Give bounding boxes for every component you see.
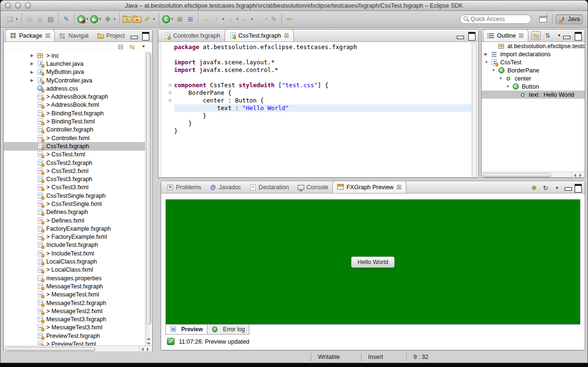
minimize-view-button[interactable] [563, 34, 570, 39]
save-button[interactable]: ▣ [24, 14, 35, 24]
scroll-left-icon[interactable] [574, 173, 576, 177]
zoom-window-button[interactable] [25, 2, 31, 9]
close-window-button[interactable] [5, 2, 11, 9]
code-line[interactable] [162, 51, 471, 59]
code-line[interactable]: } [162, 120, 471, 127]
tree-item[interactable]: CssTestSingle.fxgraph [4, 192, 145, 200]
dropdown-arrow-icon[interactable]: ▾ [113, 17, 116, 21]
outline-item[interactable]: ▼center [482, 74, 585, 82]
new-package-button[interactable]: ⊞ [175, 14, 185, 24]
refresh-preview-button[interactable]: ✽ [529, 184, 539, 193]
tab-controller-fxgraph[interactable]: Controller.fxgraph [160, 30, 225, 41]
dropdown-arrow-icon[interactable]: ▾ [236, 17, 239, 21]
tab-preview[interactable]: Preview [165, 325, 207, 335]
new-snippet-button[interactable]: ⊞ [185, 14, 196, 24]
tree-item[interactable]: > FactoryExample.fxml [4, 233, 145, 241]
scrollbar-thumb[interactable] [483, 173, 551, 177]
expander-icon[interactable]: ▼ [499, 76, 505, 81]
tab-csstest-fxgraph[interactable]: CssTest.fxgraph☒ [225, 30, 294, 41]
tree-item[interactable]: ▶Launcher.java [4, 60, 145, 68]
back-button[interactable]: ← [201, 14, 211, 24]
close-icon[interactable]: ☒ [284, 33, 289, 39]
outline-item[interactable]: at.bestsolution.efxclipse.testca [482, 42, 585, 50]
tree-item[interactable]: PreviewTest.fxgraph [4, 332, 145, 340]
tree-item[interactable]: MessageTest2.fxgraph [4, 299, 145, 307]
code-line[interactable] [162, 74, 471, 82]
tree-item[interactable]: > BindingTest.fxgraph [4, 109, 145, 117]
go-down-button[interactable]: ↓▾ [226, 14, 240, 24]
run-button[interactable]: ▶▾ [90, 15, 103, 23]
tree-item[interactable]: messages.properties [4, 274, 145, 282]
tree-item[interactable]: address.css [4, 84, 145, 92]
open-perspective-button[interactable] [537, 15, 549, 23]
tree-item[interactable]: > IncludeTest.fxml [4, 249, 145, 257]
code-line[interactable]: ⊖ center : Button { [162, 97, 471, 104]
sort-button[interactable]: ⇅ [543, 31, 552, 40]
open-task-button[interactable]: ✎ [122, 15, 132, 23]
fold-collapse-icon[interactable]: ⊖ [162, 97, 174, 104]
snapshot-button[interactable]: ↻ [541, 184, 550, 193]
tree-item[interactable]: > CssTestSingle.fxml [4, 200, 145, 208]
minimize-window-button[interactable] [15, 2, 21, 9]
outline-item[interactable]: text : Hello World [482, 91, 585, 99]
code-line[interactable]: ⊖ BorderPane { [162, 89, 471, 97]
code-line[interactable]: } [162, 112, 471, 120]
last-edit-location-button[interactable]: ✎ [268, 14, 279, 24]
outline-item[interactable]: ▼Button [482, 82, 585, 91]
tab-navigat[interactable]: Navigat [55, 30, 93, 41]
perspective-java-button[interactable]: Java [556, 14, 583, 24]
expander-icon[interactable]: ▼ [506, 84, 512, 89]
debug-button[interactable]: ❉▾ [103, 14, 117, 24]
tree-item[interactable]: ▶MyController.java [4, 76, 145, 84]
tab-package[interactable]: Package☒ [5, 30, 55, 41]
dropdown-arrow-icon[interactable]: ▾ [221, 17, 225, 21]
maximize-view-button[interactable] [575, 184, 582, 193]
tree-item[interactable]: ▶> inc [4, 51, 145, 60]
tree-item[interactable]: IncludeTest.fxgraph [4, 241, 145, 249]
scroll-up-icon[interactable] [147, 338, 151, 340]
open-resource-button[interactable]: ● [132, 15, 142, 23]
tree-item[interactable]: > Controller.fxml [4, 134, 145, 142]
fold-collapse-icon[interactable]: ⊖ [162, 89, 174, 97]
tree-item[interactable]: > MessageTest3.fxml [4, 324, 145, 332]
link-with-editor-button[interactable]: ⇆ [127, 42, 137, 51]
scroll-left-icon[interactable] [142, 347, 144, 351]
close-icon[interactable]: ☒ [396, 184, 402, 190]
tree-item[interactable]: > AddressBook.fxml [4, 101, 145, 109]
expander-icon[interactable]: ▶ [31, 53, 37, 58]
code-line[interactable]: text : "Hello World" [162, 104, 471, 112]
tab-fxgraph-preview[interactable]: FXGraph Preview☒ [332, 181, 406, 193]
tree-item[interactable]: CssTest2.fxgraph [4, 159, 145, 167]
package-vertical-scrollbar[interactable] [145, 51, 152, 346]
code-line[interactable]: package at.bestsolution.efxclipse.testca… [162, 43, 471, 51]
tree-item[interactable]: FactoryExample.fxgraph [4, 224, 145, 233]
quick-access-input[interactable] [471, 16, 521, 22]
go-back-button[interactable]: ←▾ [240, 14, 254, 24]
expander-icon[interactable]: ▼ [492, 68, 498, 72]
new-wizard-button[interactable]: ❏▾ [5, 14, 19, 24]
tab-outline[interactable]: Outline☒ [483, 30, 528, 41]
dropdown-arrow-icon[interactable]: ▾ [152, 17, 156, 21]
run-external-button[interactable]: ▶▾ [77, 15, 90, 23]
expander-icon[interactable]: ▶ [31, 70, 37, 74]
dropdown-arrow-icon[interactable]: ▾ [98, 17, 102, 21]
maximize-view-button[interactable] [575, 32, 582, 41]
dropdown-arrow-icon[interactable]: ▾ [170, 17, 174, 21]
scroll-down-icon[interactable] [147, 343, 151, 345]
link-with-editor-button[interactable]: ⇆ [531, 31, 541, 40]
minimize-view-button[interactable] [565, 185, 572, 191]
tree-item[interactable]: Defines.fxgraph [4, 208, 145, 216]
expander-icon[interactable]: ▶ [485, 52, 491, 56]
fold-collapse-icon[interactable]: ⊖ [162, 82, 174, 89]
dropdown-arrow-icon[interactable]: ▾ [15, 17, 19, 21]
scrollbar-thumb[interactable] [473, 43, 477, 177]
maximize-view-button[interactable] [142, 32, 149, 41]
close-icon[interactable]: ☒ [45, 33, 51, 39]
editor-scrollbar[interactable] [471, 42, 478, 178]
tab-declaration[interactable]: Declaration [245, 182, 293, 193]
view-menu-button[interactable]: ▼ [139, 42, 148, 51]
tree-item[interactable]: > MessageTest2.fxml [4, 307, 145, 315]
scrollbar-thumb[interactable] [146, 52, 151, 325]
save-all-button[interactable]: ▣ [35, 14, 45, 24]
code-lines[interactable]: package at.bestsolution.efxclipse.testca… [162, 42, 471, 178]
